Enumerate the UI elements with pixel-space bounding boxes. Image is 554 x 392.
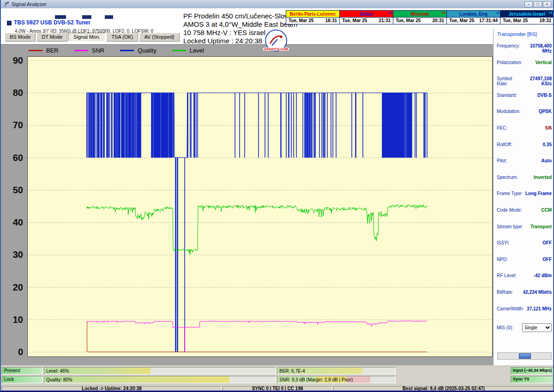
maximize-icon[interactable]: □ — [534, 1, 542, 7]
tp-label: Code Mode: — [497, 208, 522, 224]
minimize-icon[interactable]: – — [524, 1, 533, 7]
tp-value: 10758,400 MHz — [520, 43, 552, 60]
tp-row-fec: FEC: 5/6 — [494, 125, 554, 142]
input-indicator: Input (~40,34 Mbps) — [511, 367, 554, 374]
dxsatcs-logo: DXSATCS.COM — [263, 30, 289, 56]
clock-moscow: Moscow+2 Tue, Mar 2520:31 — [393, 11, 447, 24]
mis-row: MIS (0): Single — [494, 322, 554, 333]
logo-text: DXSATCS.COM — [263, 48, 289, 51]
tp-value: Transport — [530, 224, 552, 241]
tp-value: 5/6 — [545, 125, 552, 142]
clock-offset: +2 — [441, 11, 446, 15]
app-window: Signal Analyzer – □ × TBS 5927 USB DVB-S… — [0, 0, 554, 392]
transponder-title: Transponder [BS] — [494, 31, 554, 37]
clock-time: Tue, Mar 2520:31 — [393, 18, 446, 24]
tp-row-polarization: Polarization: Vertical — [494, 60, 554, 77]
window-controls: – □ × — [524, 1, 551, 7]
clock-time: Tue, Mar 2518:31 — [286, 18, 339, 24]
y-tick-90: 90 — [2, 54, 23, 66]
window-title: Signal Analyzer — [12, 1, 47, 7]
legend-quality: Quality — [120, 47, 156, 54]
clock-city: Dubai+3 — [340, 11, 393, 18]
tp-label: RF Level: — [497, 273, 517, 290]
toolbar-fragment — [82, 15, 91, 19]
tp-label: Standard: — [497, 93, 517, 109]
app-icon — [4, 1, 9, 7]
snr-label: SNR: 9,3 dB (Margin: 2,8 dB | Poor) — [279, 377, 353, 383]
legend-label: BER — [46, 47, 59, 54]
legend-ber: BER — [29, 47, 59, 54]
tab-av-stopped[interactable]: AV (Stopped) — [139, 33, 179, 42]
quality-bar: Quality: 80% — [44, 376, 276, 383]
clock-jerusalem-israel: Jerusalem-Israel+1 Tue, Mar 2519:31 — [500, 11, 554, 24]
y-tick-20: 20 — [2, 281, 23, 293]
statusbar-sync: SYNC 0 | TEI 0 | CC 198 — [223, 386, 332, 392]
y-tick-10: 10 — [2, 314, 23, 326]
tp-value: 0.35 — [543, 142, 552, 159]
tp-label: ISSYI — [497, 240, 509, 257]
chart-region: BER SNR Quality Level 908070605040302010… — [1, 44, 493, 365]
tab-tsa-ok[interactable]: TSA (OK) — [106, 33, 138, 42]
signal-plot — [27, 56, 493, 357]
clock-time: Tue, Mar 2521:31 — [340, 18, 393, 24]
tp-label: Pilot: — [497, 158, 507, 175]
panel-scrollbar[interactable] — [497, 352, 552, 360]
tp-label: Spectrum: — [497, 175, 518, 191]
legend-line-icon — [74, 50, 88, 51]
tp-row-frequency: Frequency: 10758,400 MHz — [494, 43, 554, 60]
tp-label: Symbol Rate: — [497, 76, 522, 93]
tp-value: Auto — [541, 158, 552, 175]
transponder-rows: Frequency: 10758,400 MHz Polarization: V… — [494, 43, 554, 322]
scrollbar-thumb[interactable] — [519, 353, 531, 359]
title-bar: Signal Analyzer – □ × — [1, 0, 553, 8]
tp-value: DVB-S — [537, 93, 552, 109]
level-bar: Level: 46% — [44, 367, 276, 374]
tp-value: Long Frame — [525, 191, 552, 208]
tab-dt-mode[interactable]: DT Mode — [36, 33, 67, 42]
y-tick-0: 0 — [2, 346, 23, 358]
tp-row-frame-type: Frame Type: Long Frame — [494, 191, 554, 208]
transponder-panel: Transponder [BS] Frequency: 10758,400 MH… — [493, 29, 554, 365]
tp-row-carrierwidth: CarrierWidth: 37,121 MHz — [494, 306, 554, 323]
tp-row-pilot: Pilot: Auto — [494, 158, 554, 175]
toolbar-fragment — [55, 15, 66, 19]
sync-indicator: Sync TS — [511, 376, 554, 383]
statusbar-uptime: Locked -> Uptime: 24:20:38 — [2, 386, 222, 392]
snr-bar: SNR: 9,3 dB (Margin: 2,8 dB | Poor) — [277, 376, 396, 383]
ber-label: BER: 6,7E-4 — [279, 368, 305, 374]
legend-label: Level — [190, 47, 204, 54]
clock-time: Tue, Mar 2517:31:44 — [447, 18, 500, 24]
mis-select[interactable]: Single — [522, 323, 552, 332]
chart-legend: BER SNR Quality Level — [29, 47, 204, 54]
tp-value: Vertical — [535, 60, 552, 77]
tp-value: -42 dBm — [534, 273, 552, 290]
y-tick-50: 50 — [2, 184, 23, 196]
tp-row-stream-type: Stream type: Transport — [494, 224, 554, 241]
clock-city: London, Eng-1 — [447, 11, 500, 18]
tab-bs-mode[interactable]: BS Mode — [5, 33, 36, 42]
tp-row-issyi: ISSYI OFF — [494, 240, 554, 257]
tab-bar: BS ModeDT ModeSignal Mon.TSA (OK)AV (Sto… — [5, 33, 180, 42]
tp-label: CarrierWidth: — [497, 306, 524, 323]
tp-row-rf-level: RF Level: -42 dBm — [494, 273, 554, 290]
close-icon[interactable]: × — [543, 1, 551, 7]
tp-row-npd: NPD: OFF — [494, 257, 554, 273]
tp-row-symbol-rate: Symbol Rate: 27497,108 KS/s — [494, 76, 554, 93]
legend-line-icon — [29, 50, 42, 51]
status-zone: Present Level: 46% BER: 6,7E-4 Input (~4… — [1, 365, 554, 386]
tuner-name: TBS 5927 USB DVB-S2 Tuner — [14, 19, 90, 26]
tp-label: FEC: — [497, 125, 507, 142]
tp-label: Polarization: — [497, 60, 522, 77]
tp-row-rolloff: RollOff: 0.35 — [494, 142, 554, 159]
legend-label: Quality — [138, 47, 156, 54]
clock-panel: Berlin-Paris-Lučenec Tue, Mar 2518:31 Du… — [286, 10, 554, 24]
y-tick-70: 70 — [2, 119, 23, 131]
tp-row-standard: Standard: DVB-S — [494, 93, 554, 109]
statusbar-best-signal: Best signal: 9,4 dB (2025-03-25 02:47) — [333, 386, 554, 392]
tab-signal-mon[interactable]: Signal Mon. — [68, 33, 105, 42]
tp-value: 37,121 MHz — [527, 306, 552, 323]
tp-row-code-mode: Code Mode: CCM — [494, 208, 554, 224]
tp-value: OFF — [542, 257, 552, 273]
tp-row-bitrate: BitRate: 42,234 Mbit/s — [494, 290, 554, 306]
clock-time: Tue, Mar 2519:31 — [500, 18, 554, 24]
